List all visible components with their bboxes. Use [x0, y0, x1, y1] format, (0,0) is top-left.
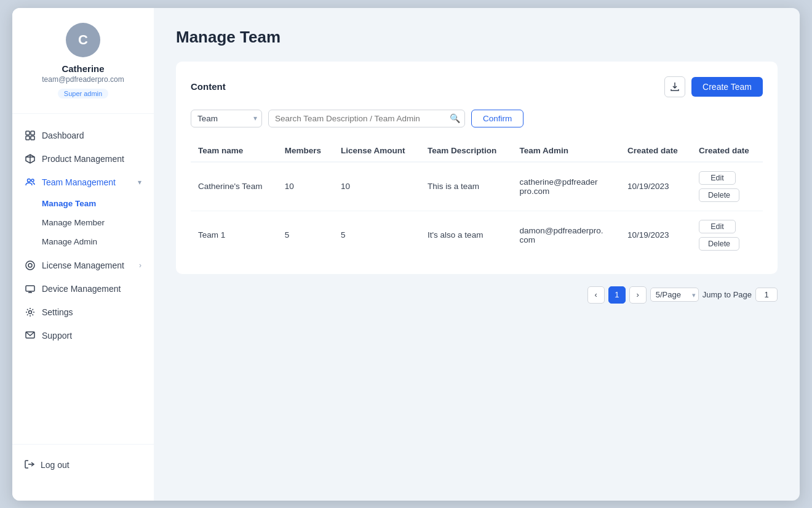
- jump-to-input[interactable]: [755, 288, 778, 302]
- created-date-cell: 10/19/2023: [620, 211, 691, 259]
- col-license-amount: License Amount: [333, 140, 420, 162]
- svg-point-8: [31, 179, 34, 182]
- user-profile: C Catherine team@pdfreaderpro.com Super …: [12, 23, 154, 114]
- filter-dropdown[interactable]: Team Team Admin: [191, 110, 262, 127]
- teams-table: Team name Members License Amount Team De…: [191, 140, 763, 259]
- col-team-admin: Team Admin: [512, 140, 620, 162]
- description-cell: It's also a team: [420, 211, 512, 259]
- prev-page-button[interactable]: ‹: [587, 286, 605, 304]
- license-amount-cell: 10: [333, 162, 420, 211]
- col-team-description: Team Description: [420, 140, 512, 162]
- logout-label: Log out: [41, 460, 70, 470]
- page-title: Manage Team: [176, 28, 778, 47]
- col-team-name: Team name: [191, 140, 277, 162]
- filter-bar: Team Team Admin 🔍 Confirm: [191, 110, 763, 127]
- team-name-cell: Team 1: [191, 211, 277, 259]
- col-members: Members: [277, 140, 333, 162]
- created-date-cell: 10/19/2023: [620, 162, 691, 211]
- sidebar-item-product-management[interactable]: Product Management: [12, 147, 154, 171]
- svg-rect-11: [26, 286, 34, 291]
- svg-rect-2: [26, 136, 30, 140]
- filter-select-wrapper: Team Team Admin: [191, 110, 262, 127]
- sidebar-item-manage-admin[interactable]: Manage Admin: [12, 232, 154, 251]
- svg-point-14: [29, 310, 32, 313]
- device-management-label: Device Management: [42, 284, 121, 294]
- download-button[interactable]: [664, 76, 685, 97]
- svg-rect-3: [31, 136, 34, 140]
- svg-rect-1: [31, 131, 34, 135]
- search-input[interactable]: [268, 110, 465, 127]
- support-icon: [25, 330, 36, 341]
- page-size-select[interactable]: 5/Page 10/Page 20/Page: [650, 288, 699, 302]
- section-label: Content: [191, 81, 226, 92]
- jump-to-label: Jump to Page: [703, 290, 752, 299]
- team-sub-nav: Manage Team Manage Member Manage Admin: [12, 194, 154, 254]
- confirm-button[interactable]: Confirm: [471, 110, 523, 127]
- pagination: ‹ 1 › 5/Page 10/Page 20/Page Jump to Pag…: [176, 286, 778, 304]
- dashboard-label: Dashboard: [42, 131, 84, 140]
- admin-cell: damon@pdfreaderpro.com: [512, 211, 620, 259]
- action-cell: Edit Delete: [691, 211, 763, 259]
- main-content: Manage Team Content Create Team: [154, 8, 800, 501]
- svg-point-10: [28, 264, 32, 267]
- delete-button-row1[interactable]: Delete: [699, 188, 739, 202]
- product-icon: [25, 153, 36, 164]
- table-row: Catherine's Team 10 10 This is a team ca…: [191, 162, 763, 211]
- col-created-date: Created date: [620, 140, 691, 162]
- content-header: Content Create Team: [191, 76, 763, 97]
- product-management-label: Product Management: [42, 154, 124, 164]
- profile-email: team@pdfreaderpro.com: [42, 75, 124, 84]
- members-cell: 10: [277, 162, 333, 211]
- sidebar-item-team-management[interactable]: Team Management ▾: [12, 171, 154, 194]
- settings-label: Settings: [42, 307, 73, 317]
- sidebar-item-support[interactable]: Support: [12, 324, 154, 347]
- logout-icon: [25, 459, 34, 471]
- avatar: C: [66, 23, 100, 57]
- license-icon: [25, 260, 36, 271]
- license-amount-cell: 5: [333, 211, 420, 259]
- logout-button[interactable]: Log out: [25, 454, 141, 476]
- svg-point-9: [26, 261, 34, 270]
- page-size-wrapper: 5/Page 10/Page 20/Page: [650, 288, 699, 302]
- admin-cell: catherine@pdfreaderpro.com: [512, 162, 620, 211]
- delete-button-row2[interactable]: Delete: [699, 237, 739, 251]
- sidebar-nav: Dashboard Product Management: [12, 114, 154, 444]
- sidebar-item-settings[interactable]: Settings: [12, 300, 154, 324]
- sidebar-item-dashboard[interactable]: Dashboard: [12, 124, 154, 147]
- sidebar-item-license-management[interactable]: License Management ›: [12, 254, 154, 277]
- create-team-button[interactable]: Create Team: [691, 77, 763, 97]
- settings-icon: [25, 307, 36, 318]
- content-panel: Content Create Team Team Tea: [176, 62, 778, 274]
- sidebar-item-manage-team[interactable]: Manage Team: [12, 194, 154, 213]
- table-row: Team 1 5 5 It's also a team damon@pdfrea…: [191, 211, 763, 259]
- sidebar-item-device-management[interactable]: Device Management: [12, 277, 154, 300]
- header-actions: Create Team: [664, 76, 763, 97]
- next-page-button[interactable]: ›: [629, 286, 647, 304]
- role-badge: Super admin: [58, 89, 108, 99]
- support-label: Support: [42, 331, 72, 341]
- svg-point-7: [28, 179, 31, 182]
- search-icon: 🔍: [450, 113, 460, 123]
- profile-name: Catherine: [62, 63, 104, 74]
- sidebar-item-manage-member[interactable]: Manage Member: [12, 213, 154, 232]
- current-page-button[interactable]: 1: [608, 286, 626, 304]
- search-wrapper: 🔍: [268, 110, 465, 127]
- action-cell: Edit Delete: [691, 162, 763, 211]
- edit-button-row2[interactable]: Edit: [699, 220, 736, 233]
- team-management-label: Team Management: [42, 177, 116, 187]
- license-chevron-icon: ›: [139, 261, 141, 270]
- dashboard-icon: [25, 130, 36, 141]
- team-name-cell: Catherine's Team: [191, 162, 277, 211]
- team-chevron-icon: ▾: [138, 178, 141, 187]
- edit-button-row1[interactable]: Edit: [699, 171, 736, 185]
- license-management-label: License Management: [42, 260, 124, 270]
- team-icon: [25, 177, 36, 188]
- svg-rect-0: [26, 131, 30, 135]
- members-cell: 5: [277, 211, 333, 259]
- description-cell: This is a team: [420, 162, 512, 211]
- device-icon: [25, 283, 36, 294]
- sidebar-bottom: Log out: [12, 444, 154, 486]
- sidebar: C Catherine team@pdfreaderpro.com Super …: [12, 8, 154, 501]
- col-actions: Created date: [691, 140, 763, 162]
